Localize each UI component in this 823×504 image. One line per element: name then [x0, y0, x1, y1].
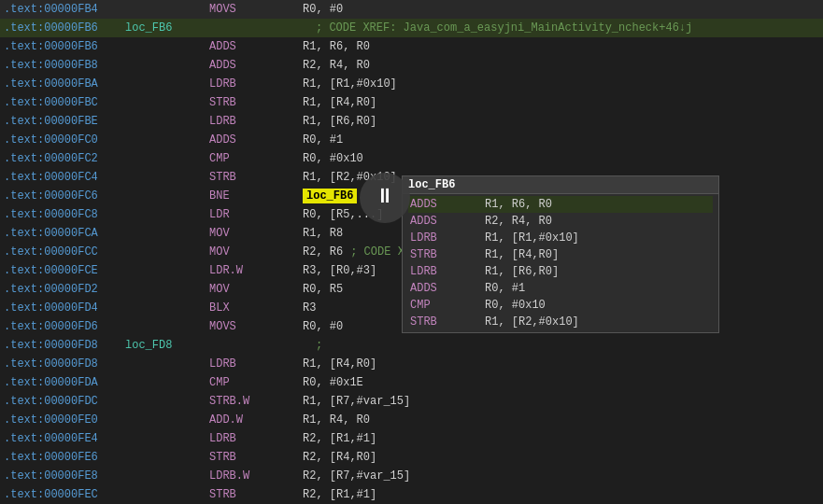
table-row[interactable]: .text:00000FB4MOVSR0, #0 [0, 0, 823, 19]
loc-label: loc_FB6 [303, 189, 357, 203]
table-row[interactable]: .text:00000FC0ADDSR0, #1 [0, 131, 823, 149]
tooltip-operands: R1, [R1,#0x10] [485, 231, 579, 245]
address: .text:00000FD2 [4, 283, 125, 296]
operands: R2, [R7,#var_15] [303, 469, 410, 483]
table-row[interactable]: .text:00000FBELDRBR1, [R6,R0] [0, 112, 823, 131]
mnemonic: CMP [209, 376, 303, 389]
address: .text:00000FD8 [4, 357, 125, 371]
address: .text:00000FBA [4, 77, 125, 91]
address: .text:00000FB6 [4, 40, 125, 53]
tooltip-line: STRBR1, [R2,#0x10] [408, 314, 713, 330]
table-row[interactable]: .text:00000FBCSTRBR1, [R4,R0] [0, 93, 823, 112]
mnemonic: LDR [209, 208, 303, 221]
tooltip-operands: R0, #0x10 [485, 299, 546, 312]
address: .text:00000FBE [4, 115, 125, 128]
operands: R1, [R7,#var_15] [303, 395, 410, 408]
tooltip-line: STRBR1, [R4,R0] [408, 246, 713, 263]
address: .text:00000FBC [4, 96, 125, 109]
tooltip-mnemonic: LDRB [410, 265, 485, 278]
address: .text:00000FC4 [4, 171, 125, 184]
operands: R0, #0x1E [303, 376, 363, 389]
tooltip-operands: R1, [R2,#0x10] [485, 315, 579, 329]
play-pause-button[interactable]: ⏸ [360, 173, 410, 223]
table-row[interactable]: .text:00000FDACMPR0, #0x1E [0, 373, 823, 392]
address: .text:00000FE4 [4, 432, 125, 445]
address: .text:00000FD6 [4, 320, 125, 333]
mnemonic: ADDS [209, 59, 303, 72]
mnemonic: ADDS [209, 40, 303, 53]
address: .text:00000FD4 [4, 301, 125, 315]
tooltip-line: ADDSR2, R4, R0 [408, 213, 713, 230]
address: .text:00000FCA [4, 227, 125, 240]
address: .text:00000FC8 [4, 208, 125, 221]
table-row[interactable]: .text:00000FC2CMPR0, #0x10 [0, 149, 823, 168]
mnemonic: LDRB [209, 115, 303, 128]
table-row[interactable]: .text:00000FB6loc_FB6; CODE XREF: Java_c… [0, 19, 823, 37]
tooltip-content: ADDSR1, R6, R0ADDSR2, R4, R0LDRBR1, [R1,… [403, 194, 718, 332]
table-row[interactable]: .text:00000FD8loc_FD8; [0, 336, 823, 355]
mnemonic: MOVS [209, 3, 303, 16]
address: .text:00000FB8 [4, 59, 125, 72]
mnemonic: MOVS [209, 320, 303, 333]
table-row[interactable]: .text:00000FBALDRBR1, [R1,#0x10] [0, 75, 823, 93]
operands: R2, R6 [303, 245, 343, 259]
comment: ; CODE XREF: Java_com_a_easyjni_MainActi… [316, 21, 692, 35]
table-row[interactable]: .text:00000FECSTRBR2, [R1,#1] [0, 485, 823, 504]
operands: R1, R8 [303, 227, 343, 240]
tooltip-operands: R1, [R4,R0] [485, 248, 559, 261]
table-row[interactable]: .text:00000FE4LDRBR2, [R1,#1] [0, 429, 823, 448]
tooltip-mnemonic: ADDS [410, 198, 485, 211]
tooltip-line: LDRBR1, [R6,R0] [408, 263, 713, 280]
table-row[interactable]: .text:00000FE8LDRB.WR2, [R7,#var_15] [0, 467, 823, 485]
mnemonic: LDRB [209, 432, 303, 445]
tooltip-mnemonic: STRB [410, 315, 485, 329]
mnemonic: LDRB.W [209, 469, 303, 483]
address: .text:00000FC6 [4, 189, 125, 203]
tooltip-line: ADDSR0, #1 [408, 280, 713, 297]
table-row[interactable]: .text:00000FB8ADDSR2, R4, R0 [0, 56, 823, 75]
code-label: loc_FB6 [125, 21, 209, 35]
mnemonic: STRB [209, 171, 303, 184]
mnemonic: LDRB [209, 357, 303, 371]
mnemonic: LDRB [209, 77, 303, 91]
mnemonic: ADDS [209, 133, 303, 147]
operands: R1, R6, R0 [303, 40, 370, 53]
table-row[interactable]: .text:00000FE0ADD.WR1, R4, R0 [0, 411, 823, 429]
operands: R1, [R6,R0] [303, 115, 376, 128]
mnemonic: STRB [209, 488, 303, 501]
tooltip-mnemonic: STRB [410, 248, 485, 261]
tooltip-mnemonic: CMP [410, 299, 485, 312]
pause-icon: ⏸ [375, 188, 395, 208]
address: .text:00000FB6 [4, 21, 125, 35]
tooltip-operands: R1, [R6,R0] [485, 265, 559, 278]
address: .text:00000FC2 [4, 152, 125, 165]
address: .text:00000FDC [4, 395, 125, 408]
table-row[interactable]: .text:00000FD8LDRBR1, [R4,R0] [0, 355, 823, 373]
tooltip-operands: R2, R4, R0 [485, 215, 552, 228]
table-row[interactable]: .text:00000FE6STRBR2, [R4,R0] [0, 448, 823, 467]
operands: R1, [R1,#0x10] [303, 77, 397, 91]
operands: R3, [R0,#3] [303, 264, 376, 277]
tooltip-title: loc_FB6 [408, 178, 455, 191]
mnemonic: MOV [209, 283, 303, 296]
comment: ; [316, 339, 322, 352]
tooltip-mnemonic: LDRB [410, 231, 485, 245]
mnemonic: BNE [209, 189, 303, 203]
address: .text:00000FB4 [4, 3, 125, 16]
address: .text:00000FD8 [4, 339, 125, 352]
mnemonic: STRB.W [209, 395, 303, 408]
operands: R1, R4, R0 [303, 413, 370, 427]
mnemonic: CMP [209, 152, 303, 165]
address: .text:00000FE0 [4, 413, 125, 427]
tooltip-popup: loc_FB6 ADDSR1, R6, R0ADDSR2, R4, R0LDRB… [402, 175, 719, 333]
address: .text:00000FE6 [4, 451, 125, 464]
mnemonic: MOV [209, 245, 303, 259]
operands: R1, [R4,R0] [303, 96, 376, 109]
tooltip-mnemonic: ADDS [410, 282, 485, 295]
address: .text:00000FE8 [4, 469, 125, 483]
address: .text:00000FDA [4, 376, 125, 389]
mnemonic: ADD.W [209, 413, 303, 427]
address: .text:00000FCC [4, 245, 125, 259]
table-row[interactable]: .text:00000FDCSTRB.WR1, [R7,#var_15] [0, 392, 823, 411]
table-row[interactable]: .text:00000FB6ADDSR1, R6, R0 [0, 37, 823, 56]
